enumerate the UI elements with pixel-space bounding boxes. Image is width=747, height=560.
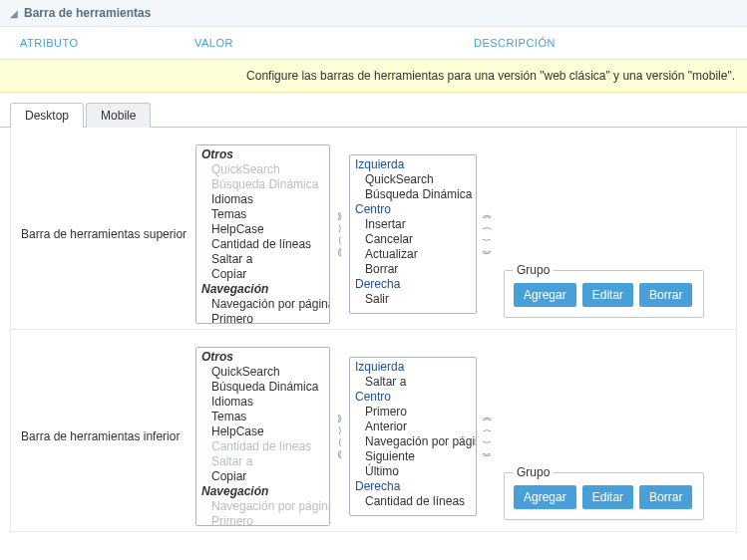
delete-button[interactable]: Borrar [639, 485, 692, 509]
list-item[interactable]: Primero [351, 405, 475, 420]
list-item[interactable]: Cantidad de líneas [197, 237, 328, 252]
selected-items-list[interactable]: IzquierdaQuickSearchBúsqueda DinámicaCen… [349, 154, 477, 314]
transfer-arrows: ⟫⟩⟨⟪ [330, 211, 349, 257]
move-up-icon[interactable]: ⟩ [482, 226, 492, 231]
row-label: Barra de herramientas inferior [11, 429, 195, 443]
col-descripcion: DESCRIPCIÓN [474, 37, 556, 49]
list-group-header: Navegación [197, 282, 328, 297]
list-category-header[interactable]: Izquierda [351, 157, 475, 172]
list-item[interactable]: QuickSearch [351, 172, 475, 187]
list-item: Primero [197, 514, 328, 526]
list-category-header[interactable]: Izquierda [351, 360, 475, 375]
list-item[interactable]: Anterior [351, 420, 475, 434]
move-all-left-icon[interactable]: ⟪ [337, 247, 342, 257]
list-item[interactable]: Cancelar [351, 232, 475, 247]
list-item[interactable]: Insertar [351, 217, 475, 232]
list-group-header: Otros [197, 147, 328, 162]
list-item[interactable]: Borrar [351, 262, 475, 277]
move-right-icon[interactable]: ⟩ [337, 425, 342, 435]
list-item[interactable]: Navegación por página [351, 434, 475, 449]
toolbar-config-row: Barra de herramientas inferiorOtrosQuick… [10, 329, 737, 532]
list-item[interactable]: Saltar a [351, 375, 475, 390]
list-item[interactable]: Siguiente [351, 449, 475, 464]
move-all-right-icon[interactable]: ⟫ [337, 414, 342, 423]
col-valor: VALOR [194, 37, 474, 49]
delete-button[interactable]: Borrar [639, 283, 692, 307]
list-item: QuickSearch [197, 162, 328, 177]
list-item[interactable]: Búsqueda Dinámica [197, 380, 328, 395]
tab-desktop[interactable]: Desktop [10, 103, 84, 128]
move-down-icon[interactable]: ⟩ [482, 440, 492, 445]
edit-button[interactable]: Editar [582, 283, 633, 307]
info-banner: Configure las barras de herramientas par… [0, 59, 747, 93]
list-item[interactable]: Navegación por página [197, 297, 328, 312]
move-up-icon[interactable]: ⟩ [482, 428, 492, 433]
list-item: Navegación por página [197, 499, 328, 514]
list-item[interactable]: Idiomas [197, 395, 328, 410]
list-category-header[interactable]: Derecha [351, 277, 475, 292]
tabs: DesktopMobile [0, 93, 747, 128]
list-item[interactable]: Idiomas [197, 192, 328, 207]
list-category-header[interactable]: Centro [351, 202, 475, 217]
list-item[interactable]: Cantidad de líneas [351, 494, 475, 509]
list-item[interactable]: Último [351, 464, 475, 479]
transfer-arrows: ⟫⟩⟨⟪ [330, 414, 349, 459]
move-all-right-icon[interactable]: ⟫ [337, 211, 342, 221]
move-bottom-icon[interactable]: ⟫ [482, 452, 492, 457]
list-group-header: Otros [197, 350, 328, 365]
col-atributo: ATRIBUTO [20, 37, 194, 49]
available-items-list[interactable]: OtrosQuickSearchBúsqueda DinámicaIdiomas… [195, 144, 330, 324]
move-top-icon[interactable]: ⟫ [482, 214, 492, 219]
list-item[interactable]: HelpCase [197, 222, 328, 237]
list-item[interactable]: QuickSearch [197, 365, 328, 380]
list-item: Cantidad de líneas [197, 439, 328, 454]
group-fieldset: GrupoAgregarEditarBorrar [504, 472, 704, 520]
reorder-arrows: ⟫⟩⟩⟫ [477, 414, 496, 459]
list-item[interactable]: Salir [351, 292, 475, 307]
list-item[interactable]: Búsqueda Dinámica [351, 187, 475, 202]
toolbar-config-row: Barra de herramientas superiorOtrosQuick… [10, 127, 737, 330]
list-item[interactable]: Copiar [197, 267, 328, 282]
list-item[interactable]: Temas [197, 207, 328, 222]
list-category-header[interactable]: Centro [351, 390, 475, 405]
move-all-left-icon[interactable]: ⟪ [337, 449, 342, 459]
list-item[interactable]: Saltar a [197, 252, 328, 267]
available-items-list[interactable]: OtrosQuickSearchBúsqueda DinámicaIdiomas… [195, 347, 330, 526]
group-fieldset: GrupoAgregarEditarBorrar [504, 270, 704, 318]
move-down-icon[interactable]: ⟩ [482, 238, 492, 243]
list-item[interactable]: Primero [197, 312, 328, 324]
panel-title: Barra de herramientas [24, 6, 151, 20]
list-item[interactable]: Actualizar [351, 247, 475, 262]
row-label: Barra de herramientas superior [11, 227, 195, 241]
move-left-icon[interactable]: ⟨ [337, 235, 342, 245]
selected-items-list[interactable]: IzquierdaSaltar aCentroPrimeroAnteriorNa… [349, 357, 477, 516]
tab-mobile[interactable]: Mobile [86, 103, 151, 128]
move-top-icon[interactable]: ⟫ [482, 417, 492, 421]
collapse-triangle-icon[interactable]: ◢ [10, 8, 18, 19]
list-item[interactable]: HelpCase [197, 424, 328, 439]
list-category-header[interactable]: Derecha [351, 479, 475, 494]
panel-header: ◢ Barra de herramientas [0, 0, 747, 27]
move-bottom-icon[interactable]: ⟫ [482, 250, 492, 255]
list-item[interactable]: Temas [197, 410, 328, 424]
group-legend: Grupo [513, 263, 554, 277]
list-item[interactable]: Copiar [197, 469, 328, 484]
add-button[interactable]: Agregar [514, 283, 576, 307]
reorder-arrows: ⟫⟩⟩⟫ [477, 211, 496, 257]
list-group-header: Navegación [197, 484, 328, 499]
edit-button[interactable]: Editar [582, 485, 633, 509]
move-left-icon[interactable]: ⟨ [337, 437, 342, 447]
list-item: Saltar a [197, 454, 328, 469]
add-button[interactable]: Agregar [514, 485, 576, 509]
group-legend: Grupo [513, 465, 554, 479]
move-right-icon[interactable]: ⟩ [337, 223, 342, 233]
list-item: Búsqueda Dinámica [197, 177, 328, 192]
column-headers: ATRIBUTO VALOR DESCRIPCIÓN [0, 27, 747, 59]
